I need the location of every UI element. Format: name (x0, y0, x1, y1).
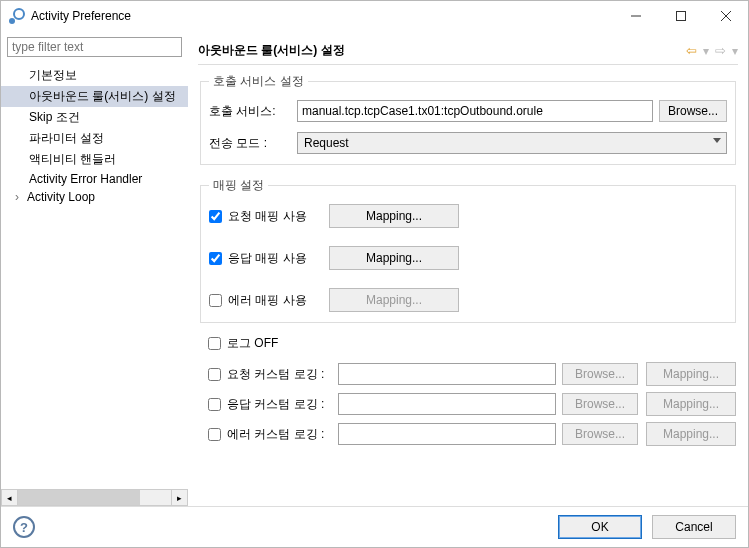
error-log-browse-button: Browse... (562, 423, 638, 445)
scroll-right-button[interactable]: ▸ (171, 489, 188, 506)
cancel-button[interactable]: Cancel (652, 515, 736, 539)
scroll-track[interactable] (18, 489, 171, 506)
sidebar: 기본정보 아웃바운드 룰(서비스) 설정 Skip 조건 파라미터 설정 액티비… (1, 31, 188, 506)
app-icon (9, 8, 25, 24)
main-panel: 아웃바운드 룰(서비스) 설정 ⇦▾ ⇨▾ 호출 서비스 설정 호출 서비스: … (188, 31, 748, 506)
forward-menu-icon[interactable]: ▾ (732, 44, 738, 58)
chevron-down-icon (713, 138, 721, 143)
error-log-checkbox[interactable] (208, 428, 221, 441)
tree-item-activity-handler[interactable]: 액티비티 핸들러 (1, 149, 188, 170)
forward-icon[interactable]: ⇨ (715, 43, 726, 58)
response-log-input[interactable] (338, 393, 556, 415)
response-mapping-button[interactable]: Mapping... (329, 246, 459, 270)
response-log-browse-button: Browse... (562, 393, 638, 415)
chevron-right-icon[interactable]: › (15, 190, 27, 204)
error-log-check-label[interactable]: 에러 커스텀 로깅 : (208, 426, 338, 443)
svg-rect-0 (676, 12, 685, 21)
call-service-group: 호출 서비스 설정 호출 서비스: Browse... 전송 모드 : Requ… (200, 73, 736, 165)
window-title: Activity Preference (31, 9, 613, 23)
page-title: 아웃바운드 룰(서비스) 설정 (198, 42, 686, 59)
call-service-label: 호출 서비스: (209, 103, 297, 120)
call-service-input[interactable] (297, 100, 653, 122)
help-icon[interactable]: ? (13, 516, 35, 538)
error-log-mapping-button: Mapping... (646, 422, 736, 446)
request-log-browse-button: Browse... (562, 363, 638, 385)
response-log-checkbox[interactable] (208, 398, 221, 411)
horizontal-scrollbar[interactable]: ◂ ▸ (1, 489, 188, 506)
tree: 기본정보 아웃바운드 룰(서비스) 설정 Skip 조건 파라미터 설정 액티비… (1, 63, 188, 489)
error-mapping-button: Mapping... (329, 288, 459, 312)
request-mapping-checkbox[interactable] (209, 210, 222, 223)
back-icon[interactable]: ⇦ (686, 43, 697, 58)
mapping-legend: 매핑 설정 (209, 177, 268, 194)
minimize-button[interactable] (613, 1, 658, 31)
filter-input[interactable] (7, 37, 182, 57)
error-mapping-check-label[interactable]: 에러 매핑 사용 (209, 292, 329, 309)
request-log-checkbox[interactable] (208, 368, 221, 381)
tree-item-activity-loop[interactable]: ›Activity Loop (1, 188, 188, 206)
log-off-check-label[interactable]: 로그 OFF (208, 335, 736, 352)
tree-item-basic-info[interactable]: 기본정보 (1, 65, 188, 86)
maximize-button[interactable] (658, 1, 703, 31)
call-service-browse-button[interactable]: Browse... (659, 100, 727, 122)
response-log-mapping-button: Mapping... (646, 392, 736, 416)
footer: ? OK Cancel (1, 506, 748, 547)
back-menu-icon[interactable]: ▾ (703, 44, 709, 58)
request-log-input[interactable] (338, 363, 556, 385)
scroll-thumb[interactable] (18, 490, 140, 505)
mapping-group: 매핑 설정 요청 매핑 사용 Mapping... 응답 매핑 사용 Mappi… (200, 177, 736, 323)
transfer-mode-label: 전송 모드 : (209, 135, 297, 152)
tree-item-outbound-rule[interactable]: 아웃바운드 룰(서비스) 설정 (1, 86, 188, 107)
call-service-legend: 호출 서비스 설정 (209, 73, 308, 90)
response-mapping-checkbox[interactable] (209, 252, 222, 265)
tree-item-skip-condition[interactable]: Skip 조건 (1, 107, 188, 128)
response-mapping-check-label[interactable]: 응답 매핑 사용 (209, 250, 329, 267)
error-mapping-checkbox[interactable] (209, 294, 222, 307)
log-off-checkbox[interactable] (208, 337, 221, 350)
request-log-mapping-button: Mapping... (646, 362, 736, 386)
tree-item-parameter-setting[interactable]: 파라미터 설정 (1, 128, 188, 149)
close-button[interactable] (703, 1, 748, 31)
request-mapping-button[interactable]: Mapping... (329, 204, 459, 228)
scroll-left-button[interactable]: ◂ (1, 489, 18, 506)
transfer-mode-combo[interactable]: Request (297, 132, 727, 154)
response-log-check-label[interactable]: 응답 커스텀 로깅 : (208, 396, 338, 413)
request-log-check-label[interactable]: 요청 커스텀 로깅 : (208, 366, 338, 383)
tree-item-error-handler[interactable]: Activity Error Handler (1, 170, 188, 188)
ok-button[interactable]: OK (558, 515, 642, 539)
error-log-input[interactable] (338, 423, 556, 445)
transfer-mode-value: Request (304, 136, 349, 150)
request-mapping-check-label[interactable]: 요청 매핑 사용 (209, 208, 329, 225)
title-bar: Activity Preference (1, 1, 748, 31)
